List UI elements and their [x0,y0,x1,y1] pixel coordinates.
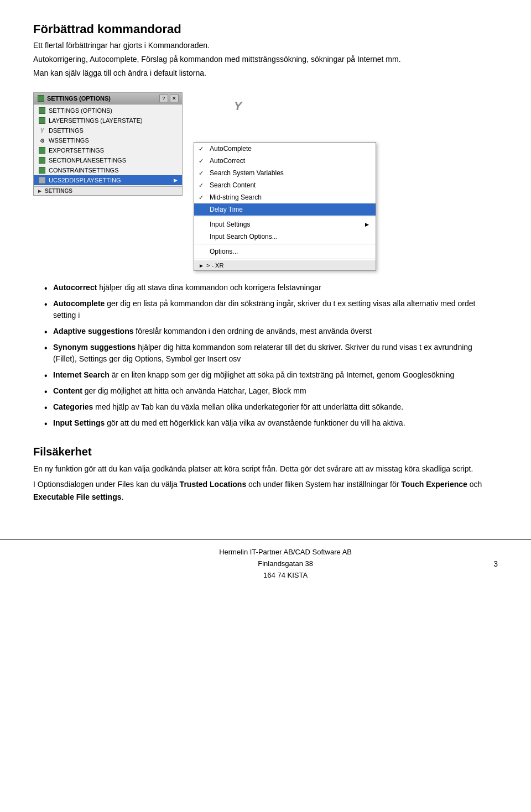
term-content: Content [53,386,82,395]
page-footer: Hermelin IT-Partner AB/CAD Software AB F… [0,539,531,588]
titlebar-buttons: ? ✕ [159,95,179,102]
term-internet: Internet Search [53,370,110,379]
bullet-item-autocomplete: Autocomplete ger dig en lista på kommand… [44,298,498,321]
item-icon-7 [38,176,46,184]
settings-icon [37,95,45,102]
bullet-item-adaptive: Adaptive suggestions föreslår kommandon … [44,326,498,337]
text-categories: med hjälp av Tab kan du växla mellan oli… [93,402,403,411]
xr-bar: ► > - XR [194,260,376,270]
text-input: gör att du med ett högerklick kan välja … [105,418,405,427]
check-icon: ✓ [199,158,204,165]
bottom-label: SETTINGS [45,188,72,194]
dropdown-options-list: Options... [194,245,376,258]
check-icon: ✓ [199,194,204,201]
term-categories: Categories [53,402,93,411]
bullet-item-content: Content ger dig möjlighet att hitta och … [44,385,498,397]
text-autocorrect: hjälper dig att stava dina kommandon och… [97,283,321,292]
dropdown-item-input-settings[interactable]: Input Settings ▶ [194,218,376,230]
item-icon-1 [38,117,46,124]
touch-experience-term: Touch Experience [401,480,467,489]
dropdown-item-options[interactable]: Options... [194,245,376,258]
text-content: ger dig möjlighet att hitta och använda … [82,386,306,395]
item-icon-6 [38,166,46,174]
bullet-item-categories: Categories med hjälp av Tab kan du växla… [44,401,498,413]
intro-line-2: Autokorrigering, Autocomplete, Förslag p… [33,54,498,65]
list-item[interactable]: SETTINGS (OPTIONS) [34,106,182,116]
check-icon: ✓ [199,170,204,177]
footer-page-number: 3 [493,559,498,568]
submenu-arrow-icon: ▶ [365,222,369,227]
check-icon: ✓ [199,182,204,189]
item-icon-0 [38,107,46,114]
list-item-highlighted[interactable]: UCS2DDISPLAYSETTING ▶ [34,175,182,185]
dropdown-submenu-list: Input Settings ▶ Input Search Options... [194,218,376,243]
dropdown-item-midstring[interactable]: ✓ Mid-string Search [194,191,376,203]
dropdown-item-input-search[interactable]: Input Search Options... [194,230,376,243]
footer-address2: 164 74 KISTA [219,570,352,582]
settings-titlebar: SETTINGS (OPTIONS) ? ✕ [34,93,182,104]
list-item[interactable]: ⚙ WSSETTINGS [34,135,182,145]
list-item[interactable]: SECTIONPLANESETTINGS [34,155,182,165]
bullet-item-internet: Internet Search är en liten knapp som ge… [44,369,498,381]
dropdown-checked-list: ✓ AutoComplete ✓ AutoCorrect ✓ Search Sy… [194,143,376,216]
term-autocorrect: Autocorrect [53,283,97,292]
footer-company: Hermelin IT-Partner AB/CAD Software AB [219,547,352,558]
bullet-item-autocorrect: Autocorrect hjälper dig att stava dina k… [44,282,498,294]
item-icon-2: Y [38,127,46,134]
menu-separator-3 [194,259,376,259]
page-title: Förbättrad kommandorad [33,22,498,36]
feature-list: Autocorrect hjälper dig att stava dina k… [44,282,498,429]
list-item[interactable]: LAYERSETTINGS (LAYERSTATE) [34,116,182,125]
y-icon: Y [234,99,242,113]
bottom-icon: ► [37,188,43,194]
text-autocomplete: ger dig en lista på kommandon där din sö… [53,299,475,319]
item-icon-4 [38,146,46,154]
y-icon-area: Y [194,92,282,120]
item-icon-5 [38,156,46,164]
screenshot-row: SETTINGS (OPTIONS) ? ✕ SETTINGS (OPTIONS… [33,92,498,271]
item-icon-3: ⚙ [38,137,46,144]
titlebar-left: SETTINGS (OPTIONS) [37,95,111,102]
dropdown-item-search-content[interactable]: ✓ Search Content [194,179,376,191]
intro-line-3: Man kan själv lägga till och ändra i def… [33,67,498,79]
text-adaptive: föreslår kommandon i den ordning de anvä… [133,327,371,336]
dropdown-panel: ✓ AutoComplete ✓ AutoCorrect ✓ Search Sy… [194,142,376,271]
menu-separator-1 [194,217,376,217]
executable-file-term: Executable File settings [33,493,122,501]
section2-para1: En ny funktion gör att du kan välja godk… [33,463,498,475]
trusted-locations-term: Trusted Locations [180,480,247,489]
list-item[interactable]: EXPORTSETTINGS [34,145,182,155]
section2-heading: Filsäkerhet [33,446,498,458]
settings-panel: SETTINGS (OPTIONS) ? ✕ SETTINGS (OPTIONS… [33,92,183,196]
intro-line-1: Ett flertal förbättringar har gjorts i K… [33,40,498,51]
titlebar-title: SETTINGS (OPTIONS) [47,95,111,102]
list-item[interactable]: CONSTRAINTSETTINGS [34,165,182,175]
list-item[interactable]: Y DSETTINGS [34,125,182,135]
menu-separator-2 [194,244,376,244]
term-adaptive: Adaptive suggestions [53,327,133,336]
footer-address1: Finlandsgatan 38 [219,558,352,570]
close-button[interactable]: ✕ [170,95,179,102]
xr-icon: ► [199,263,204,269]
term-autocomplete: Autocomplete [53,299,105,308]
help-button[interactable]: ? [159,95,168,102]
check-icon: ✓ [199,145,204,153]
bullet-item-input: Input Settings gör att du med ett högerk… [44,417,498,429]
text-internet: är en liten knapp som ger dig möjlighet … [110,370,454,379]
dropdown-item-search-system[interactable]: ✓ Search System Variables [194,167,376,179]
settings-bottom-bar: ► SETTINGS [34,186,182,195]
bullet-item-synonym: Synonym suggestions hjälper dig hitta ko… [44,342,498,365]
footer-center: Hermelin IT-Partner AB/CAD Software AB F… [219,547,352,581]
settings-list: SETTINGS (OPTIONS) LAYERSETTINGS (LAYERS… [34,104,182,186]
term-synonym: Synonym suggestions [53,343,136,352]
dropdown-item-autocorrect[interactable]: ✓ AutoCorrect [194,155,376,167]
term-input: Input Settings [53,418,105,427]
section2-para2: I Optionsdialogen under Files kan du väl… [33,478,498,503]
dropdown-item-delay[interactable]: Delay Time [194,203,376,216]
expand-icon: ▶ [174,177,178,183]
dropdown-item-autocomplete[interactable]: ✓ AutoComplete [194,143,376,155]
